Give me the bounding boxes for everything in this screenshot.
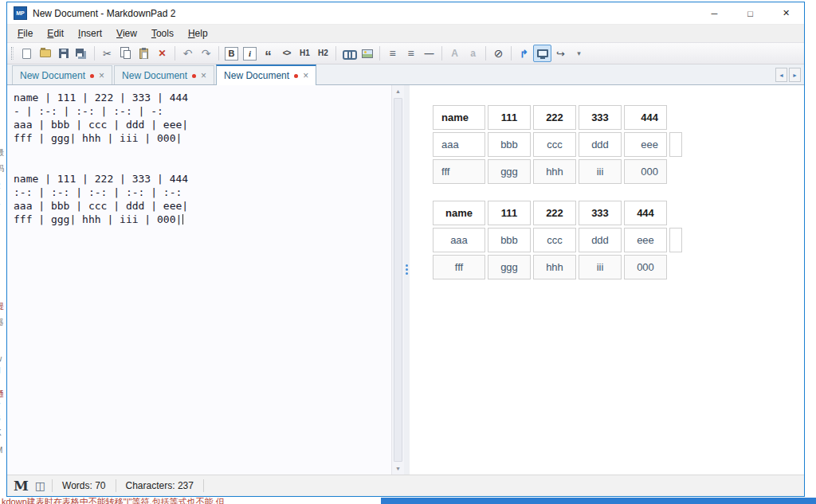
- table-cell: eee: [624, 132, 667, 157]
- bullet-list-icon: ≡: [389, 48, 395, 59]
- open-folder-icon: [40, 49, 51, 57]
- bold-icon: B: [225, 47, 238, 61]
- editor-line: - | :-: | :-: | :-: | -:: [14, 104, 385, 118]
- horizontal-rule-button[interactable]: —: [420, 45, 438, 62]
- code-button[interactable]: <>: [277, 45, 296, 62]
- book-icon[interactable]: ◫: [35, 479, 45, 492]
- pane-splitter[interactable]: [404, 85, 410, 475]
- bold-button[interactable]: B: [222, 45, 241, 62]
- word-count: Words: 70: [53, 480, 115, 491]
- live-preview-icon: [537, 49, 548, 57]
- scroll-down-icon[interactable]: ▼: [392, 463, 404, 475]
- heading1-button[interactable]: H1: [296, 45, 314, 62]
- cut-icon: ✂: [103, 49, 112, 59]
- scroll-sync-button[interactable]: ↱: [515, 45, 533, 62]
- background-glyph: 码: [0, 163, 4, 174]
- editor-scrollbar[interactable]: ▲ ▼: [391, 85, 404, 475]
- tab-close-icon[interactable]: ×: [99, 71, 104, 80]
- background-window-text: kdown建表时在表格中不能转移"|"等符,包括等式也不能,但: [2, 497, 379, 504]
- editor-line: name | 111 | 222 | 333 | 444: [14, 172, 385, 186]
- background-glyph: 通: [0, 389, 4, 400]
- toolbar-overflow-button[interactable]: ▾: [570, 45, 588, 62]
- background-glyph: 提: [0, 301, 4, 312]
- tab-scroll-right-button[interactable]: ►: [789, 68, 801, 82]
- copy-button[interactable]: [116, 45, 135, 62]
- paste-button[interactable]: [135, 45, 153, 62]
- scrollbar-thumb[interactable]: [394, 98, 402, 462]
- bullet-list-button[interactable]: ≡: [383, 45, 402, 62]
- cut-button[interactable]: ✂: [98, 45, 116, 62]
- table-cell: ggg: [488, 159, 531, 184]
- table-cell: iii: [579, 255, 622, 279]
- menu-view[interactable]: View: [109, 25, 144, 42]
- close-button[interactable]: ✕: [768, 2, 804, 24]
- live-preview-button[interactable]: [533, 45, 551, 62]
- table-cell: 000: [624, 159, 667, 184]
- timestamp-button[interactable]: ⊘: [489, 45, 508, 62]
- insert-image-button[interactable]: [358, 45, 376, 62]
- save-all-icon: [76, 49, 84, 57]
- tab-close-icon[interactable]: ×: [303, 71, 308, 80]
- export-icon: ↪: [556, 49, 565, 59]
- uppercase-icon: A: [451, 49, 458, 58]
- overflow-chevron-icon: ▾: [577, 50, 581, 57]
- undo-button[interactable]: ↶: [178, 45, 197, 62]
- tab-close-icon[interactable]: ×: [201, 71, 206, 80]
- table-header-row: name 111 222 333 444: [433, 201, 682, 225]
- table-cell-empty: [669, 228, 682, 252]
- markdown-editor[interactable]: name | 111 | 222 | 333 | 444 - | :-: | :…: [7, 85, 391, 475]
- modified-dot-icon: [192, 74, 196, 78]
- menu-edit[interactable]: Edit: [40, 25, 71, 42]
- menu-tools[interactable]: Tools: [144, 25, 181, 42]
- delete-button[interactable]: ✕: [153, 45, 171, 62]
- menu-help[interactable]: Help: [181, 25, 215, 42]
- save-all-button[interactable]: [73, 45, 91, 62]
- new-document-button[interactable]: [18, 45, 36, 62]
- table-cell: ddd: [579, 228, 622, 252]
- tab-scroll-left-button[interactable]: ◄: [775, 68, 787, 82]
- table-cell-empty: [669, 132, 682, 157]
- tab-document-3[interactable]: New Document ×: [216, 64, 316, 85]
- table-header-cell: 222: [533, 201, 576, 225]
- character-count: Characters: 237: [116, 480, 203, 491]
- maximize-button[interactable]: □: [732, 2, 768, 24]
- editor-line: aaa | bbb | ccc | ddd | eee|: [14, 199, 385, 213]
- menu-file[interactable]: File: [10, 25, 40, 42]
- open-file-button[interactable]: [36, 45, 54, 62]
- background-glyph: 最: [0, 147, 4, 158]
- blockquote-button[interactable]: “: [259, 45, 277, 62]
- export-button[interactable]: ↪: [551, 45, 570, 62]
- tab-document-2[interactable]: New Document ×: [114, 65, 214, 84]
- table-cell: aaa: [433, 132, 485, 157]
- tab-label: New Document: [122, 70, 187, 81]
- editor-line: [14, 145, 385, 158]
- table-header-cell: 222: [533, 105, 576, 130]
- numbered-list-icon: ≡: [407, 48, 414, 59]
- table-cell: fff: [433, 159, 485, 184]
- table-cell: fff: [433, 255, 485, 279]
- editor-line: name | 111 | 222 | 333 | 444: [14, 91, 385, 104]
- modified-dot-icon: [294, 74, 298, 78]
- uppercase-button[interactable]: A: [445, 45, 464, 62]
- menu-insert[interactable]: Insert: [71, 25, 109, 42]
- lowercase-button[interactable]: a: [464, 45, 482, 62]
- markdownpad-logo-icon[interactable]: M: [14, 478, 29, 494]
- toolbar-grip[interactable]: [11, 47, 14, 60]
- heading2-button[interactable]: H2: [314, 45, 332, 62]
- hyperlink-button[interactable]: [339, 45, 358, 62]
- table-header-cell: name: [433, 201, 485, 225]
- minimize-button[interactable]: ─: [696, 2, 732, 24]
- editor-line: :-: | :-: | :-: | :-: | :-:: [14, 186, 385, 199]
- scroll-up-icon[interactable]: ▲: [392, 85, 404, 97]
- paste-icon: [139, 49, 148, 59]
- heading2-icon: H2: [318, 49, 328, 57]
- save-button[interactable]: [54, 45, 73, 62]
- delete-icon: ✕: [158, 49, 166, 58]
- italic-button[interactable]: i: [241, 45, 259, 62]
- title-bar[interactable]: MP New Document - MarkdownPad 2 ─ □ ✕: [7, 2, 804, 25]
- preview-table-1: name 111 222 333 444 aaa bbb ccc ddd eee: [430, 103, 685, 186]
- redo-button[interactable]: ↷: [197, 45, 215, 62]
- tab-document-1[interactable]: New Document ×: [12, 65, 112, 84]
- timestamp-icon: ⊘: [494, 48, 504, 59]
- numbered-list-button[interactable]: ≡: [402, 45, 420, 62]
